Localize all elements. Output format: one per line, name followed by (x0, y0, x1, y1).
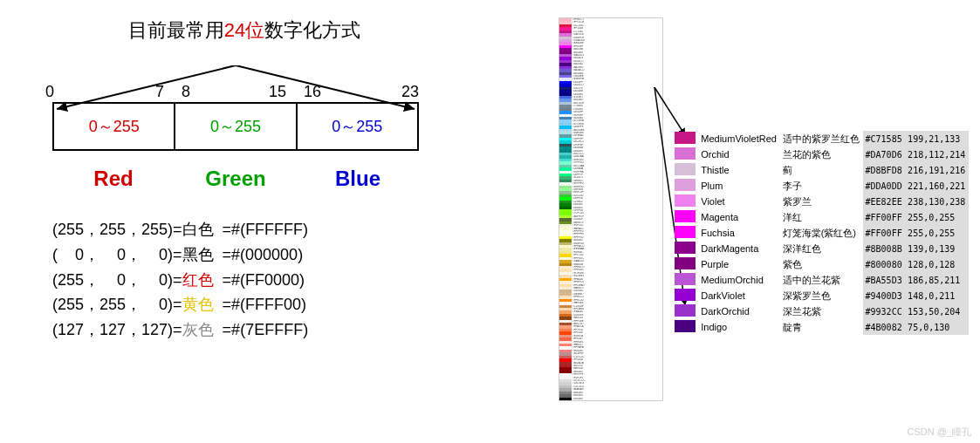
color-dec: 148,0,211 (905, 288, 969, 303)
example-row: (255，255，255)=白色 =#(FFFFFF) (52, 217, 463, 242)
color-swatch (675, 147, 696, 160)
color-cn: 适中的紫罗兰红色 (780, 131, 863, 147)
bit-7: 7 (155, 83, 164, 101)
detail-row: DarkViolet深紫罗兰色#9400D3148,0,211 (672, 288, 969, 303)
color-en: Magenta (698, 209, 779, 225)
diagram-title: 目前最常用24位数字化方式 (122, 17, 367, 44)
channel-blue: Blue (297, 167, 419, 191)
color-swatch (675, 210, 696, 222)
detail-row: Fuchsia灯笼海棠(紫红色)#FF00FF255,0,255 (672, 225, 969, 241)
color-dec: 128,0,128 (905, 256, 969, 272)
color-en: Purple (698, 256, 779, 272)
detail-row: DarkOrchid深兰花紫#9932CC153,50,204 (672, 303, 969, 319)
color-hex: #FF00FF (863, 209, 906, 225)
detail-row: Orchid兰花的紫色#DA70D6218,112,214 (672, 147, 969, 162)
rgb-diagram: 目前最常用24位数字化方式 0 7 8 15 16 23 0～255 0～255… (44, 17, 463, 343)
color-en: MediumVioletRed (698, 131, 779, 147)
detail-row: Violet紫罗兰#EE82EE238,130,238 (672, 194, 969, 209)
color-cn: 适中的兰花紫 (780, 272, 863, 288)
bit-8: 8 (182, 83, 190, 101)
color-hex: #800080 (863, 256, 906, 272)
color-swatch (675, 273, 696, 285)
color-dec: 221,160,221 (905, 178, 969, 194)
color-table-panel: #FFB6C1#FFC0CB#DC143C#FF1493#C71585#DA70… (559, 17, 969, 419)
color-cn: 蓟 (780, 162, 863, 178)
detail-row: Plum李子#DDA0DD221,160,221 (672, 178, 969, 194)
color-cn: 深洋红色 (780, 241, 863, 256)
color-en: Violet (698, 194, 779, 209)
detail-row: MediumVioletRed适中的紫罗兰红色#C71585199,21,133 (672, 131, 969, 147)
color-en: Plum (698, 178, 779, 194)
color-dec: 255,0,255 (905, 209, 969, 225)
bit-0: 0 (45, 83, 54, 101)
color-dec: 216,191,216 (905, 162, 969, 178)
color-en: DarkOrchid (698, 303, 779, 319)
title-post: 数字化方式 (264, 19, 360, 41)
color-swatch (675, 226, 696, 238)
color-dec: 255,0,255 (905, 225, 969, 241)
detail-row: MediumOrchid适中的兰花紫#BA55D3186,85,211 (672, 272, 969, 288)
channel-labels: Red Green Blue (52, 167, 419, 191)
color-en: MediumOrchid (698, 272, 779, 288)
color-en: Indigo (698, 319, 779, 335)
svg-line-2 (654, 87, 685, 135)
title-pre: 目前最常用 (128, 19, 224, 41)
color-cn: 紫罗兰 (780, 194, 863, 209)
color-cn: 靛青 (780, 319, 863, 335)
example-row: (127，127，127)=灰色 =#(7EFFFF) (52, 317, 463, 343)
color-detail-table: MediumVioletRed适中的紫罗兰红色#C71585199,21,133… (672, 131, 969, 335)
color-hex: #BA55D3 (863, 272, 906, 288)
watermark-text: CSDN @_瞳孔 (907, 426, 971, 439)
detail-row: Magenta洋红#FF00FF255,0,255 (672, 209, 969, 225)
color-dec: 186,85,211 (905, 272, 969, 288)
example-row: ( 0， 0， 0)=黑色 =#(000000) (52, 242, 463, 268)
color-en: Orchid (698, 147, 779, 162)
detail-row: Indigo靛青#4B008275,0,130 (672, 319, 969, 335)
color-swatch (675, 132, 696, 144)
title-bits: 24位 (224, 19, 264, 41)
detail-row: Purple紫色#800080128,0,128 (672, 256, 969, 272)
color-dec: 139,0,139 (905, 241, 969, 256)
bit-position-labels: 0 7 8 15 16 23 (44, 83, 463, 102)
color-hex: #EE82EE (863, 194, 906, 209)
color-swatch (675, 163, 696, 175)
color-hex: #4B0082 (863, 319, 906, 335)
color-swatch (675, 257, 696, 269)
color-en: DarkViolet (698, 288, 779, 303)
bit-23: 23 (401, 83, 419, 101)
bit-15: 15 (269, 83, 286, 101)
color-hex: #9400D3 (863, 288, 906, 303)
color-dec: 153,50,204 (905, 303, 969, 319)
color-en: Thistle (698, 162, 779, 178)
detail-row: DarkMagenta深洋红色#8B008B139,0,139 (672, 241, 969, 256)
color-swatch (675, 320, 696, 332)
color-cn: 李子 (780, 178, 863, 194)
color-examples: (255，255，255)=白色 =#(FFFFFF)( 0， 0， 0)=黑色… (52, 217, 463, 343)
color-hex: #DA70D6 (863, 147, 906, 162)
color-cn: 洋红 (780, 209, 863, 225)
color-en: DarkMagenta (698, 241, 779, 256)
color-swatch (675, 304, 696, 317)
color-swatch (675, 289, 696, 301)
color-cn: 紫色 (780, 256, 863, 272)
color-cn: 兰花的紫色 (780, 147, 863, 162)
color-cn: 深兰花紫 (780, 303, 863, 319)
color-hex: #C71585 (863, 131, 906, 147)
color-hex: #9932CC (863, 303, 906, 319)
color-hex: #D8BFD8 (863, 162, 906, 178)
bit-16: 16 (304, 83, 321, 101)
color-en: Fuchsia (698, 225, 779, 241)
detail-row: Thistle蓟#D8BFD8216,191,216 (672, 162, 969, 178)
color-cn: 深紫罗兰色 (780, 288, 863, 303)
color-swatch (675, 194, 696, 207)
strip-row: #000000 (559, 398, 662, 400)
color-hex: #DDA0DD (863, 178, 906, 194)
color-dec: 218,112,214 (905, 147, 969, 162)
color-dec: 75,0,130 (905, 319, 969, 335)
color-swatch (675, 242, 696, 254)
color-cn: 灯笼海棠(紫红色) (780, 225, 863, 241)
color-dec: 238,130,238 (905, 194, 969, 209)
example-row: (255， 0， 0)=红色 =#(FF0000) (52, 268, 463, 293)
color-hex: #FF00FF (863, 225, 906, 241)
color-swatch (675, 179, 696, 191)
